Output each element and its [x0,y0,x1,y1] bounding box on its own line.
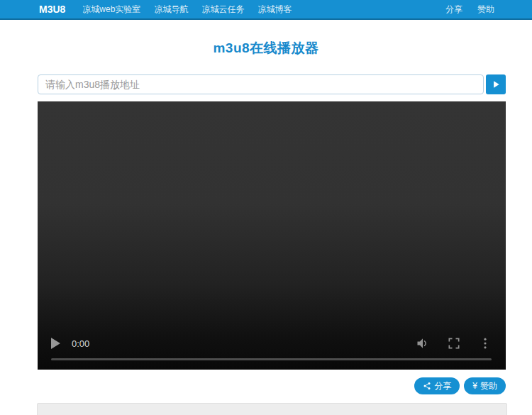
nav-item-share[interactable]: 分享 [445,4,462,16]
yen-icon: ¥ [472,381,477,391]
video-timeline-scrubber[interactable] [51,358,492,360]
m3u8-url-input[interactable] [38,74,484,94]
nav-item-web-lab[interactable]: 凉城web实验室 [82,4,140,16]
nav-right-links: 分享 赞助 [445,4,494,16]
action-buttons-row: 分享 ¥ 赞助 [38,377,506,394]
nav-links: 凉城web实验室 凉城导航 凉城云任务 凉城博客 [82,4,292,16]
share-button-label: 分享 [434,380,451,392]
overflow-menu-icon[interactable] [478,336,492,350]
share-alt-icon [423,382,431,390]
video-player[interactable]: 0:00 [38,101,506,370]
footer-panel [37,403,507,415]
nav-item-donate[interactable]: 赞助 [477,4,494,16]
donate-button-label: 赞助 [480,380,497,392]
page-title: m3u8在线播放器 [0,39,532,57]
nav-item-blog[interactable]: 凉城博客 [257,4,292,16]
url-form [38,74,506,94]
volume-icon[interactable] [416,336,430,350]
nav-item-navigation[interactable]: 凉城导航 [154,4,188,16]
nav-item-cloud-task[interactable]: 凉城云任务 [201,4,244,16]
main-container: 0:00 分享 [38,74,506,394]
submit-play-button[interactable] [486,74,506,94]
brand-logo[interactable]: M3U8 [39,4,65,15]
navbar: M3U8 凉城web实验室 凉城导航 凉城云任务 凉城博客 分享 赞助 [0,0,532,20]
video-current-time: 0:00 [72,338,89,349]
donate-button[interactable]: ¥ 赞助 [464,377,506,394]
video-play-icon[interactable] [51,338,60,349]
share-button[interactable]: 分享 [414,377,460,394]
play-icon [491,79,501,89]
video-controls-bar: 0:00 [38,336,506,350]
fullscreen-icon[interactable] [447,336,461,350]
